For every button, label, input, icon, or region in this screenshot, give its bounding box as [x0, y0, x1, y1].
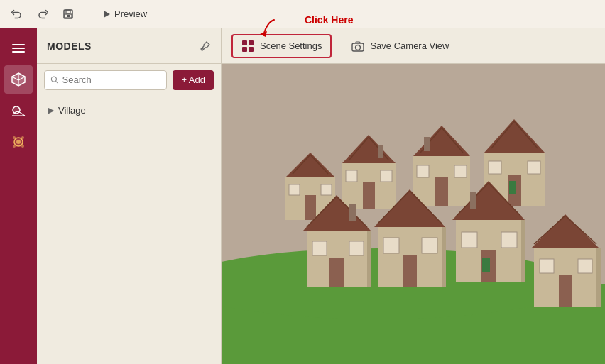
svg-rect-89: [540, 259, 554, 273]
scene-settings-button[interactable]: Scene Settings: [231, 34, 332, 58]
svg-rect-48: [435, 177, 448, 206]
scene-settings-wrapper: Click Here Scene Settings: [231, 34, 332, 58]
svg-rect-84: [482, 258, 490, 272]
tree-item-label: Village: [58, 105, 86, 116]
svg-rect-54: [489, 161, 501, 174]
svg-rect-90: [578, 259, 592, 273]
svg-marker-4: [104, 11, 110, 18]
svg-point-16: [51, 77, 56, 82]
scene-settings-icon: [241, 40, 254, 53]
camera-icon: [351, 40, 364, 53]
svg-rect-5: [12, 44, 25, 45]
main-layout: MODELS + Add ▶ Village: [0, 28, 605, 364]
panel-header: MODELS: [37, 28, 221, 64]
svg-rect-55: [528, 161, 540, 174]
sidebar-menu-button[interactable]: [4, 34, 33, 62]
scene-settings-label: Scene Settings: [260, 40, 322, 51]
svg-rect-73: [403, 255, 417, 287]
svg-rect-68: [349, 204, 356, 221]
svg-marker-67: [367, 231, 371, 287]
svg-rect-21: [242, 47, 247, 52]
svg-rect-32: [321, 184, 332, 195]
add-button[interactable]: + Add: [173, 70, 214, 90]
svg-rect-38: [346, 170, 357, 182]
svg-rect-51: [424, 137, 430, 151]
search-box[interactable]: [44, 70, 167, 90]
redo-button[interactable]: [33, 4, 53, 24]
save-button[interactable]: [58, 4, 78, 24]
sidebar-models-button[interactable]: [4, 65, 33, 94]
svg-rect-40: [363, 182, 375, 209]
svg-point-12: [21, 136, 24, 139]
preview-button[interactable]: Preview: [96, 6, 153, 21]
svg-rect-6: [12, 48, 25, 49]
pin-button[interactable]: [200, 40, 211, 52]
undo-button[interactable]: [7, 4, 27, 24]
svg-marker-94: [596, 248, 601, 307]
chevron-right-icon: ▶: [48, 106, 54, 115]
content-area: Click Here Scene Settings: [222, 28, 605, 364]
top-toolbar: Preview: [0, 0, 605, 28]
panel-tree: ▶ Village: [37, 96, 221, 364]
search-icon: [50, 75, 59, 84]
svg-rect-63: [349, 241, 364, 255]
svg-rect-46: [417, 165, 429, 177]
viewport[interactable]: [222, 64, 605, 364]
svg-rect-47: [454, 165, 467, 177]
save-camera-button[interactable]: Save Camera View: [343, 35, 457, 57]
toolbar-divider: [87, 7, 87, 21]
svg-rect-59: [509, 181, 516, 194]
panel-title: MODELS: [47, 40, 92, 52]
preview-label: Preview: [114, 9, 147, 19]
svg-point-11: [13, 136, 16, 139]
svg-rect-19: [242, 40, 247, 45]
svg-rect-72: [422, 238, 437, 253]
sidebar-terrain-button[interactable]: [4, 96, 33, 125]
search-input[interactable]: [62, 75, 161, 85]
svg-marker-85: [521, 220, 525, 282]
svg-point-14: [21, 145, 24, 148]
svg-line-17: [56, 81, 58, 83]
svg-rect-20: [249, 40, 254, 45]
svg-rect-43: [378, 145, 383, 158]
svg-rect-71: [383, 238, 399, 253]
svg-rect-86: [470, 192, 476, 209]
save-camera-label: Save Camera View: [370, 40, 449, 51]
svg-point-24: [356, 45, 361, 50]
svg-rect-79: [462, 232, 477, 248]
svg-rect-3: [67, 15, 70, 17]
tree-item-village[interactable]: ▶ Village: [44, 102, 214, 118]
svg-marker-76: [442, 227, 446, 287]
models-panel: MODELS + Add ▶ Village: [37, 28, 222, 364]
icon-sidebar: [0, 28, 37, 364]
svg-rect-62: [312, 241, 327, 255]
svg-rect-80: [501, 232, 517, 248]
svg-rect-64: [329, 258, 344, 287]
content-toolbar: Click Here Scene Settings: [222, 28, 605, 64]
svg-rect-31: [289, 184, 300, 195]
svg-point-8: [13, 106, 20, 114]
panel-actions: + Add: [37, 64, 221, 96]
svg-rect-22: [249, 47, 254, 52]
svg-point-13: [13, 145, 16, 148]
3d-scene: [222, 64, 605, 364]
svg-point-10: [16, 140, 21, 144]
svg-rect-33: [305, 195, 316, 220]
sidebar-assets-button[interactable]: [4, 128, 33, 156]
svg-rect-91: [559, 275, 572, 307]
svg-rect-7: [12, 51, 25, 53]
svg-rect-39: [381, 170, 392, 182]
